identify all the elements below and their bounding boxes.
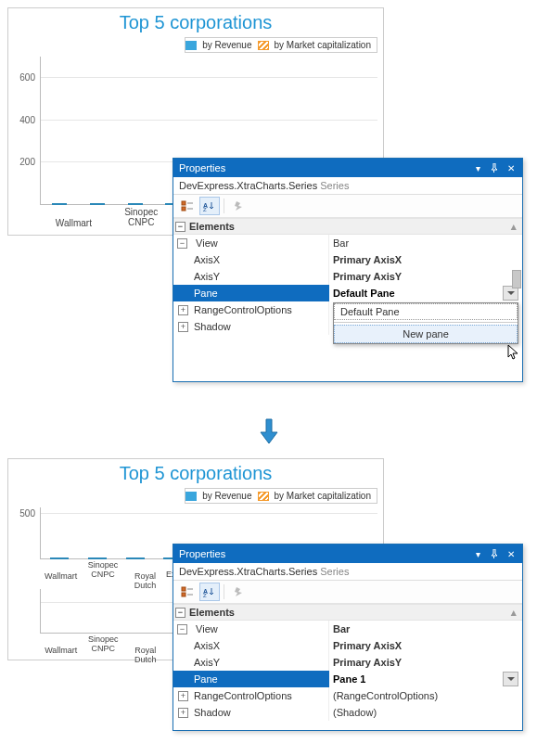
pane-dropdown[interactable]: Default Pane New pane [333,302,518,344]
expand-icon[interactable]: + [178,305,188,315]
legend-label-revenue: by Revenue [202,491,251,501]
collapse-icon[interactable]: − [175,222,185,232]
collapse-icon[interactable]: − [177,624,187,634]
categorized-button[interactable] [177,197,198,215]
legend-label-mcap: by Market capitalization [275,491,372,501]
prop-row-axisx[interactable]: AxisX Primary AxisX [173,637,522,654]
object-name: Series [320,566,349,577]
prop-row-view[interactable]: − View Bar [173,235,522,251]
ytick: 200 [19,156,41,166]
propwin-body: − Elements ▴ − View Bar AxisX Primary Ax… [173,604,522,730]
ytick: 500 [19,507,41,518]
propwin-title-text: Properties [179,548,225,559]
class-name: DevExpress.XtraCharts.Series [179,180,317,191]
prop-row-shadow[interactable]: +Shadow (Shadow) [173,704,522,721]
legend-swatch-mcap [258,41,269,50]
propwin-title-text: Properties [179,162,225,173]
dd-item-default-pane[interactable]: Default Pane [334,303,518,320]
expand-icon[interactable]: + [178,708,188,718]
dd-item-new-pane[interactable]: New pane [334,325,518,343]
svg-rect-1 [182,207,185,211]
chevron-up-icon: ▴ [511,604,517,621]
close-icon[interactable]: ✕ [504,161,518,174]
legend-swatch-revenue [185,41,197,50]
chart-legend: by Revenue by Market capitalization [185,488,377,504]
chart-legend: by Revenue by Market capitalization [185,37,377,53]
legend-swatch-revenue [185,492,197,501]
chart-title: Top 5 corporations [8,459,383,486]
propwin-toolbar: AZ [173,581,522,604]
legend-label-mcap: by Market capitalization [275,40,372,50]
propwin-path[interactable]: DevExpress.XtraCharts.Series Series [173,563,522,581]
category-elements[interactable]: − Elements ▴ [173,604,522,621]
svg-rect-5 [182,593,185,596]
collapse-icon[interactable]: − [177,238,187,249]
prop-row-pane[interactable]: Pane Default Pane [173,285,522,301]
svg-rect-4 [182,587,185,591]
propwin-titlebar[interactable]: Properties ▾ ✕ [173,159,522,177]
object-name: Series [320,180,349,191]
dropdown-icon[interactable]: ▾ [470,547,485,560]
prop-row-pane[interactable]: Pane Pane 1 [173,671,522,687]
svg-rect-0 [182,201,185,205]
alphabetical-button[interactable]: AZ [199,583,220,601]
ytick: 400 [19,115,41,125]
chevron-up-icon: ▴ [511,218,517,235]
close-icon[interactable]: ✕ [504,547,518,560]
arrow-down-icon [258,417,280,445]
legend-label-revenue: by Revenue [202,40,251,50]
prop-row-axisx[interactable]: AxisX Primary AxisX [173,251,522,268]
class-name: DevExpress.XtraCharts.Series [179,566,317,577]
prop-row-axisy[interactable]: AxisY Primary AxisY [173,654,522,671]
prop-row-view[interactable]: − View Bar [173,621,522,637]
prop-row-axisy[interactable]: AxisY Primary AxisY [173,268,522,285]
properties-window-bottom: Properties ▾ ✕ DevExpress.XtraCharts.Ser… [173,544,523,731]
prop-row-rco[interactable]: +RangeControlOptions (RangeControlOption… [173,687,522,704]
propwin-body: − Elements ▴ − View Bar AxisX Primary Ax… [173,218,522,381]
category-elements[interactable]: − Elements ▴ [173,218,522,235]
events-button[interactable] [228,197,249,215]
collapse-icon[interactable]: − [175,608,185,618]
pin-icon[interactable] [487,161,502,174]
legend-swatch-mcap [258,492,269,501]
separator [334,322,518,323]
events-button[interactable] [228,583,249,601]
expand-icon[interactable]: + [178,691,188,701]
propwin-path[interactable]: DevExpress.XtraCharts.Series Series [173,177,522,195]
propwin-titlebar[interactable]: Properties ▾ ✕ [173,545,522,563]
pin-icon[interactable] [487,547,502,560]
ytick: 600 [19,72,41,83]
svg-text:Z: Z [203,593,207,597]
dropdown-icon[interactable]: ▾ [470,161,485,174]
alphabetical-button[interactable]: AZ [199,197,220,215]
chart-title: Top 5 corporations [8,8,383,35]
propwin-toolbar: AZ [173,195,522,218]
svg-text:Z: Z [203,207,207,211]
properties-window-top: Properties ▾ ✕ DevExpress.XtraCharts.Ser… [173,158,523,382]
dropdown-button[interactable] [503,672,518,686]
scrollbar-thumb[interactable] [512,270,521,288]
expand-icon[interactable]: + [178,322,188,332]
categorized-button[interactable] [177,583,198,601]
